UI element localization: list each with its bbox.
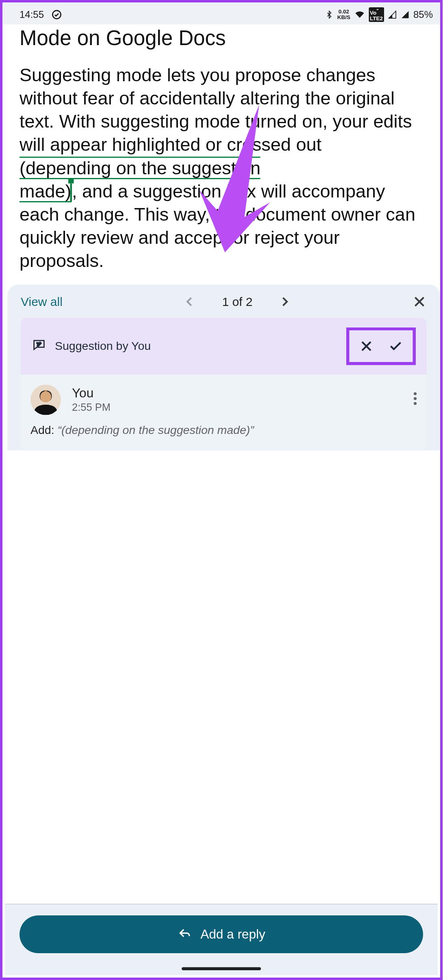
suggestion-quoted-text: “(depending on the suggestion made)” xyxy=(58,424,254,437)
suggestion-card-header: Suggestion by You xyxy=(21,318,427,375)
home-indicator[interactable] xyxy=(182,967,261,971)
reply-arrow-icon xyxy=(177,927,192,942)
close-panel-button[interactable] xyxy=(412,295,427,309)
doc-heading: Mode on Google Docs xyxy=(20,24,428,51)
status-bar: 14:55 0.02 KB/S Vo"LTE2 85% xyxy=(2,2,443,24)
panel-header: View all 1 of 2 xyxy=(7,285,440,318)
view-all-button[interactable]: View all xyxy=(21,295,63,309)
battery-percent: 85% xyxy=(413,9,433,20)
volte-icon: Vo"LTE2 xyxy=(369,7,384,22)
suggestion-card-body: You 2:55 PM Add: “(depending on the sugg… xyxy=(21,375,427,451)
body-text-before: Suggesting mode lets you propose changes… xyxy=(20,65,412,154)
accept-reject-highlight xyxy=(346,327,416,365)
svg-point-4 xyxy=(414,392,417,395)
bluetooth-icon xyxy=(325,9,334,20)
reject-suggestion-button[interactable] xyxy=(353,334,380,358)
comment-author: You xyxy=(72,386,402,401)
text-caret xyxy=(70,183,72,202)
suggestion-card-title: Suggestion by You xyxy=(55,340,338,353)
add-reply-label: Add a reply xyxy=(200,927,265,942)
suggestion-card: Suggestion by You xyxy=(21,318,427,451)
svg-point-5 xyxy=(414,397,417,400)
suggestion-action-label: Add: xyxy=(30,424,58,437)
suggested-text-line2: made) xyxy=(20,181,72,202)
doc-body-paragraph[interactable]: Suggesting mode lets you propose changes… xyxy=(20,63,428,272)
prev-suggestion-button[interactable] xyxy=(183,295,196,308)
signal-icon xyxy=(388,11,397,19)
add-reply-button[interactable]: Add a reply xyxy=(20,915,423,953)
reply-bar: Add a reply xyxy=(5,904,438,976)
avatar xyxy=(30,385,61,415)
checkmark-circle-icon xyxy=(51,9,62,20)
suggestion-counter: 1 of 2 xyxy=(222,295,252,309)
suggestion-description: Add: “(depending on the suggestion made)… xyxy=(30,424,417,437)
next-suggestion-button[interactable] xyxy=(278,295,291,308)
signal-icon-2 xyxy=(400,11,410,19)
wifi-icon xyxy=(354,11,365,19)
svg-point-3 xyxy=(40,391,51,402)
body-text-after: , and a suggestion box will accompany ea… xyxy=(20,181,415,271)
suggestion-panel: View all 1 of 2 Suggestion by You xyxy=(7,285,440,451)
suggestion-icon xyxy=(32,338,46,354)
document-content[interactable]: Mode on Google Docs Suggesting mode lets… xyxy=(2,24,443,279)
accept-suggestion-button[interactable] xyxy=(382,334,409,358)
data-speed-indicator: 0.02 KB/S xyxy=(337,9,350,20)
status-time: 14:55 xyxy=(20,9,44,20)
svg-point-6 xyxy=(414,402,417,405)
comment-timestamp: 2:55 PM xyxy=(72,402,402,414)
more-options-button[interactable] xyxy=(413,392,417,408)
suggested-text-line1: (depending on the suggestion xyxy=(20,158,261,179)
